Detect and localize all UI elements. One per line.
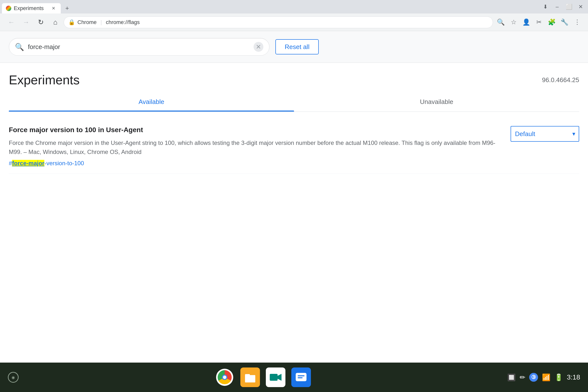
tab-unavailable[interactable]: Unavailable (294, 92, 579, 112)
extension-icon[interactable]: 🧩 (546, 16, 558, 28)
battery-icon: 🔋 (555, 373, 563, 382)
svg-rect-6 (245, 375, 255, 382)
taskbar-left: ◉ (8, 372, 19, 383)
flag-title: Force major version to 100 in User-Agent (9, 126, 501, 134)
address-separator: | (100, 19, 102, 26)
scissors-icon[interactable]: ✂ (533, 16, 545, 28)
back-button[interactable]: ← (5, 16, 18, 29)
flag-description: Force the Chrome major version in the Us… (9, 138, 501, 156)
address-url: chrome://flags (106, 19, 140, 26)
flag-link-hash: # (9, 160, 12, 166)
taskbar-app-messages[interactable] (291, 368, 311, 387)
stylus-icon: ✏ (520, 373, 525, 382)
tab-favicon (6, 6, 11, 11)
experiments-header: Experiments 96.0.4664.25 (9, 63, 579, 92)
security-icon: 🔒 (68, 19, 75, 26)
svg-point-3 (223, 376, 226, 379)
tab-available[interactable]: Available (9, 92, 294, 112)
svg-rect-11 (298, 375, 304, 376)
notification-badge: ③ (529, 373, 538, 382)
power-icon: ◉ (8, 372, 19, 383)
clock-display: 3:18 (567, 373, 581, 381)
minimize-button[interactable]: – (552, 2, 563, 12)
svg-rect-7 (270, 374, 278, 381)
account-button[interactable]: 👤 (520, 16, 532, 28)
tabs-nav: Available Unavailable (9, 92, 579, 112)
menu-button[interactable]: ⋮ (571, 16, 583, 28)
toolbar-icons: 🔍 ☆ 👤 ✂ 🧩 🔧 ⋮ (495, 16, 583, 28)
screen-capture-icon: 🔲 (507, 373, 516, 382)
search-icon: 🔍 (15, 43, 24, 51)
search-clear-button[interactable]: ✕ (254, 42, 263, 52)
toolbar: ← → ↻ ⌂ 🔒 Chrome | chrome://flags 🔍 ☆ 👤 … (0, 14, 588, 31)
reload-button[interactable]: ↻ (34, 16, 47, 29)
maximize-button[interactable]: ⬜ (564, 2, 574, 12)
svg-rect-9 (296, 373, 306, 381)
home-button[interactable]: ⌂ (49, 16, 62, 29)
wifi-icon: 📶 (542, 373, 551, 382)
taskbar-app-chrome[interactable] (215, 368, 235, 387)
tabs-section: Available Unavailable (9, 92, 579, 112)
search-input[interactable] (28, 43, 250, 51)
taskbar-right: 🔲 ✏ ③ 📶 🔋 3:18 (507, 373, 581, 382)
address-bar[interactable]: 🔒 Chrome | chrome://flags (64, 16, 493, 28)
new-tab-button[interactable]: + (62, 3, 72, 14)
active-tab[interactable]: Experiments ✕ (2, 3, 61, 14)
forward-button[interactable]: → (19, 16, 32, 29)
flag-link-rest: -version-to-100 (44, 160, 84, 166)
extension2-icon[interactable]: 🔧 (559, 16, 570, 28)
taskbar: ◉ (0, 362, 588, 392)
search-section: 🔍 ✕ Reset all (0, 31, 588, 63)
flags-list: Force major version to 100 in User-Agent… (9, 112, 579, 181)
flag-content: Force major version to 100 in User-Agent… (9, 126, 501, 167)
taskbar-center (215, 368, 311, 387)
taskbar-app-meet[interactable] (266, 368, 286, 387)
taskbar-app-files[interactable] (240, 368, 260, 387)
flag-select-wrapper: Default Enabled Disabled ▾ (511, 126, 579, 142)
version-number: 96.0.4664.25 (542, 76, 579, 84)
tab-close-button[interactable]: ✕ (50, 5, 57, 12)
page-title: Experiments (9, 72, 80, 87)
flag-select[interactable]: Default Enabled Disabled (511, 126, 579, 142)
close-button[interactable]: ✕ (575, 2, 586, 12)
search-button[interactable]: 🔍 (495, 16, 507, 28)
address-brand: Chrome (77, 19, 96, 26)
page-content: 🔍 ✕ Reset all Experiments 96.0.4664.25 A… (0, 31, 588, 362)
flag-anchor-link[interactable]: #force-major-version-to-100 (9, 160, 84, 166)
svg-rect-12 (298, 377, 302, 378)
reset-all-button[interactable]: Reset all (275, 39, 319, 54)
table-row: Force major version to 100 in User-Agent… (9, 119, 579, 174)
flag-link-highlighted: force-major (12, 160, 44, 166)
svg-marker-8 (278, 374, 282, 381)
experiments-main: Experiments 96.0.4664.25 Available Unava… (0, 63, 588, 181)
bookmark-button[interactable]: ☆ (508, 16, 519, 28)
download-button[interactable]: ⬇ (540, 2, 551, 12)
tab-title: Experiments (14, 5, 47, 12)
flag-control: Default Enabled Disabled ▾ (511, 126, 579, 142)
search-box[interactable]: 🔍 ✕ (9, 38, 270, 56)
